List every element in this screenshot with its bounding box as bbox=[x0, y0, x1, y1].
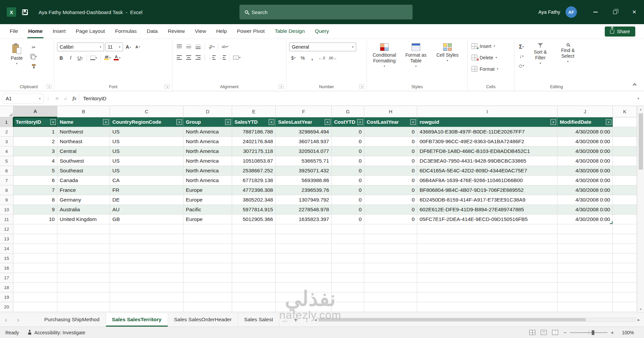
cell-D13[interactable] bbox=[183, 234, 232, 244]
number-format-select[interactable]: General▾ bbox=[289, 43, 356, 51]
cell-E3[interactable]: 2402176.848 bbox=[232, 137, 276, 147]
minimize-button[interactable] bbox=[586, 0, 605, 24]
comma-style-button[interactable]: , bbox=[308, 54, 316, 62]
scroll-up-button[interactable]: ▲ bbox=[637, 106, 644, 113]
cell-E13[interactable] bbox=[232, 234, 276, 244]
cell-E10[interactable]: 5977814.915 bbox=[232, 205, 276, 215]
cell-E6[interactable]: 2538667.252 bbox=[232, 166, 276, 176]
cell-K20[interactable] bbox=[613, 302, 637, 312]
zoom-slider[interactable] bbox=[570, 332, 607, 333]
cell-C2[interactable]: US bbox=[110, 127, 183, 137]
cell-D15[interactable] bbox=[183, 253, 232, 263]
cell-I2[interactable]: 43689A10-E30B-497F-B0DE-11DE20267FF7 bbox=[417, 127, 557, 137]
column-header-K[interactable]: K bbox=[613, 106, 637, 117]
increase-decimal-button[interactable]: ←.0 bbox=[317, 54, 326, 62]
orientation-button[interactable]: ab▾ bbox=[207, 43, 216, 51]
cell-J19[interactable] bbox=[557, 292, 613, 302]
menu-tab-insert[interactable]: Insert bbox=[48, 24, 71, 39]
table-header-ModifiedDate[interactable]: ModifiedDate▼ bbox=[557, 117, 613, 127]
cell-B6[interactable]: Southeast bbox=[57, 166, 110, 176]
cell-E2[interactable]: 7887186.788 bbox=[232, 127, 276, 137]
cell-I10[interactable]: 602E612E-DFE9-41D9-B894-27E489747885 bbox=[417, 205, 557, 215]
cell-D2[interactable]: North America bbox=[183, 127, 232, 137]
cell-K12[interactable] bbox=[613, 224, 637, 234]
cell-G18[interactable] bbox=[332, 283, 364, 292]
cell-I17[interactable] bbox=[417, 273, 557, 283]
cell-D6[interactable]: North America bbox=[183, 166, 232, 176]
cell-K16[interactable] bbox=[613, 263, 637, 273]
horizontal-scroll-thumb[interactable] bbox=[319, 318, 586, 321]
delete-cells-button[interactable]: × Delete ▾ bbox=[470, 53, 499, 62]
cell-K19[interactable] bbox=[613, 292, 637, 302]
cell-E19[interactable] bbox=[232, 292, 276, 302]
cancel-button[interactable]: ✕ bbox=[53, 94, 61, 103]
cell-F2[interactable]: 3298694.494 bbox=[276, 127, 332, 137]
cell-G5[interactable]: 0 bbox=[332, 156, 364, 166]
cell-I7[interactable]: 06B4AF8A-1639-476E-9266-110461D66B00 bbox=[417, 176, 557, 185]
column-header-C[interactable]: C bbox=[110, 106, 183, 117]
cell-J11[interactable]: 4/30/2008 0:00 bbox=[557, 215, 613, 224]
cell-I13[interactable] bbox=[417, 234, 557, 244]
cell-G11[interactable]: 0 bbox=[332, 215, 364, 224]
cell-G14[interactable] bbox=[332, 244, 364, 253]
cell-A9[interactable]: 8 bbox=[13, 195, 57, 205]
cell-K2[interactable] bbox=[613, 127, 637, 137]
cell-E8[interactable]: 4772398.308 bbox=[232, 185, 276, 195]
cell-H16[interactable] bbox=[364, 263, 417, 273]
zoom-out-button[interactable]: − bbox=[564, 330, 567, 335]
row-header-3[interactable]: 3 bbox=[0, 137, 13, 147]
accounting-format-button[interactable]: $▾ bbox=[289, 54, 298, 62]
cell-D17[interactable] bbox=[183, 273, 232, 283]
column-header-I[interactable]: I bbox=[417, 106, 557, 117]
horizontal-scroll-track[interactable] bbox=[318, 318, 636, 322]
table-header-SalesYTD[interactable]: SalesYTD▼ bbox=[232, 117, 276, 127]
cell-I8[interactable]: BF806804-9B4C-4B07-9D19-706F2E689552 bbox=[417, 185, 557, 195]
cell-I3[interactable]: 00FB7309-96CC-49E2-8363-0A1BA72486F2 bbox=[417, 137, 557, 147]
fill-button[interactable]: ↓▾ bbox=[517, 52, 526, 60]
cell-H11[interactable]: 0 bbox=[364, 215, 417, 224]
cell-J4[interactable]: 4/30/2008 0:00 bbox=[557, 147, 613, 156]
increase-indent-button[interactable]: → bbox=[218, 53, 227, 62]
cell-E4[interactable]: 3072175.118 bbox=[232, 147, 276, 156]
cell-K8[interactable] bbox=[613, 185, 637, 195]
cell-K10[interactable] bbox=[613, 205, 637, 215]
cell-F16[interactable] bbox=[276, 263, 332, 273]
cell-B17[interactable] bbox=[57, 273, 110, 283]
paste-button[interactable]: Paste ▾ bbox=[6, 41, 28, 66]
cell-D20[interactable] bbox=[183, 302, 232, 312]
column-header-F[interactable]: F bbox=[276, 106, 332, 117]
decrease-decimal-button[interactable]: .00→ bbox=[327, 54, 338, 62]
dialog-launcher-icon[interactable]: ↘ bbox=[359, 84, 364, 89]
menu-tab-file[interactable]: File bbox=[5, 24, 23, 39]
cell-D8[interactable]: Europe bbox=[183, 185, 232, 195]
table-header-CostLastYear[interactable]: CostLastYear▼ bbox=[364, 117, 417, 127]
cell-H20[interactable] bbox=[364, 302, 417, 312]
cut-button[interactable]: ✂ bbox=[30, 43, 38, 51]
cell-G9[interactable]: 0 bbox=[332, 195, 364, 205]
cell-H19[interactable] bbox=[364, 292, 417, 302]
filter-button-CostLastYear[interactable]: ▼ bbox=[410, 119, 416, 125]
cell-C6[interactable]: US bbox=[110, 166, 183, 176]
cell-B5[interactable]: Southwest bbox=[57, 156, 110, 166]
borders-button[interactable]: ▾ bbox=[89, 54, 98, 62]
cell-J17[interactable] bbox=[557, 273, 613, 283]
cell-F10[interactable]: 2278548.978 bbox=[276, 205, 332, 215]
cell-I11[interactable]: 05FC7E1F-2DEA-414E-9ECD-09D150516FB5 bbox=[417, 215, 557, 224]
cell-K18[interactable] bbox=[613, 283, 637, 292]
cell-A20[interactable] bbox=[13, 302, 57, 312]
cell-styles-button[interactable]: Cell Styles ▾ bbox=[433, 41, 462, 63]
cell-C11[interactable]: GB bbox=[110, 215, 183, 224]
row-header-12[interactable]: 12 bbox=[0, 224, 13, 234]
cell-C8[interactable]: FR bbox=[110, 185, 183, 195]
cell-C3[interactable]: US bbox=[110, 137, 183, 147]
cell-B20[interactable] bbox=[57, 302, 110, 312]
cell-A8[interactable]: 7 bbox=[13, 185, 57, 195]
zoom-in-button[interactable]: + bbox=[611, 330, 614, 335]
normal-view-button[interactable] bbox=[529, 330, 535, 335]
filter-button-SalesLastYear[interactable]: ▼ bbox=[325, 119, 330, 125]
align-right-button[interactable] bbox=[194, 53, 202, 62]
sort-filter-button[interactable]: Sort & Filter ▾ bbox=[528, 41, 553, 65]
search-input[interactable]: Search bbox=[239, 5, 413, 19]
zoom-level[interactable]: 100% bbox=[619, 330, 634, 335]
cell-I12[interactable] bbox=[417, 224, 557, 234]
